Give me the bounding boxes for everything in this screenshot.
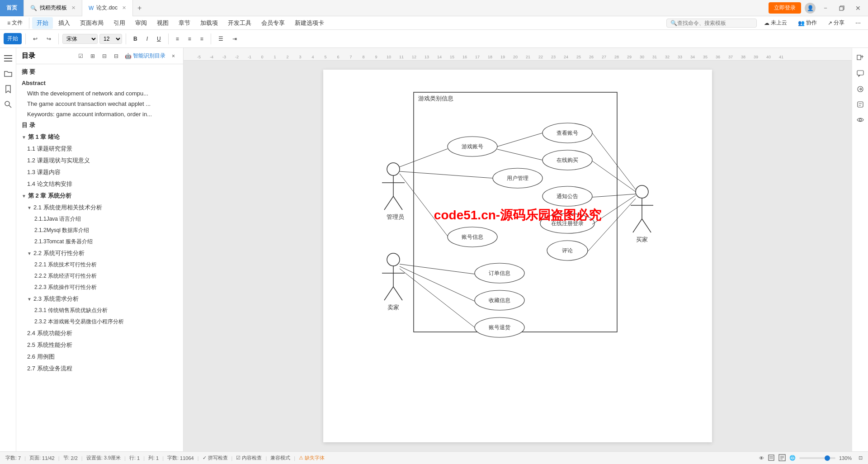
register-button[interactable]: 立即登录 [769,2,801,14]
toc-item-2-3[interactable]: ▼2.3 系统需求分析 [16,293,183,305]
toc-collapse-btn[interactable]: ⊟ [99,52,109,60]
toc-item-1-4[interactable]: 1.4 论文结构安排 [16,178,183,190]
folder-icon[interactable] [1,67,15,80]
toc-item-contents[interactable]: 目 录 [16,119,183,131]
toc-expand-btn[interactable]: ⊞ [88,52,98,60]
zoom-slider[interactable] [799,457,835,459]
user-avatar[interactable]: 👤 [805,3,816,14]
toc-item-game-account[interactable]: The game account transaction wechat appl… [16,99,183,109]
toc-item-1-1[interactable]: 1.1 课题研究背景 [16,143,183,155]
svg-line-24 [642,219,651,232]
toc-list-btn[interactable]: ⊟ [111,52,121,60]
ribbon-vip[interactable]: 会员专享 [257,17,289,29]
ribbon-ref[interactable]: 引用 [109,17,130,29]
toc-item-2-2-3[interactable]: 2.2.3 系统操作可行性分析 [16,282,183,293]
toc-item-abstract-en[interactable]: Abstract [16,78,183,88]
bookmark-icon[interactable] [1,82,15,96]
search-left-icon[interactable] [1,98,15,111]
align-center-button[interactable]: ≡ [184,34,195,44]
ribbon-addon[interactable]: 加载项 [196,17,222,29]
toc-item-2-1-1[interactable]: 2.1.1Java 语言介绍 [16,213,183,225]
window-close-button[interactable]: ✕ [852,2,864,14]
print-layout-icon[interactable] [768,454,775,462]
status-right-area: 👁 🌐 130% ⊡ [759,454,863,462]
toc-item-2-1-3[interactable]: 2.1.3Tomcat 服务器介绍 [16,236,183,247]
redo-button[interactable]: ↪ [43,34,55,44]
italic-button[interactable]: I [143,34,151,44]
outline-view-icon[interactable] [778,454,786,462]
format-painter-icon[interactable] [854,52,867,65]
toc-check-btn[interactable]: ☑ [75,52,86,60]
toc-item-ch1[interactable]: ▼第 1 章 绪论 [16,131,183,143]
template-tab-close[interactable]: ✕ [71,5,75,11]
start-mode-button[interactable]: 开始 [4,33,22,44]
ribbon-layout[interactable]: 页面布局 [75,17,108,29]
missing-font-item[interactable]: ⚠ 缺失字体 [299,455,325,461]
compat-mode-item[interactable]: 兼容模式 [270,455,290,461]
ribbon-view[interactable]: 视图 [152,17,173,29]
toc-item-2-3-1[interactable]: 2.3.1 传统销售系统优缺点分析 [16,305,183,316]
content-check-item[interactable]: ☑ 内容检查 [236,455,262,461]
toc-item-2-2-2[interactable]: 2.2.2 系统经济可行性分析 [16,270,183,282]
toc-item-abstract[interactable]: 摘 要 [16,66,183,78]
tab-add-button[interactable]: + [133,4,146,12]
smart-tools-icon[interactable] [854,98,867,111]
zoom-thumb[interactable] [825,455,830,461]
ribbon-insert[interactable]: 插入 [54,17,75,29]
nav-icon[interactable] [1,52,15,65]
toc-item-with-dev[interactable]: With the development of network and comp… [16,88,183,99]
spell-check-icon: ✓ [203,455,207,461]
command-search[interactable]: 🔍 [666,19,757,28]
document-scroll[interactable]: 游戏类别信息 管理员 [184,61,852,451]
toc-item-2-5[interactable]: 2.5 系统性能分析 [16,339,183,351]
ribbon-review[interactable]: 审阅 [131,17,151,29]
toc-item-2-4[interactable]: 2.4 系统功能分析 [16,327,183,339]
tab-doc[interactable]: W 论文.doc ✕ [82,0,133,16]
command-search-input[interactable] [677,20,753,26]
align-right-button[interactable]: ≡ [197,34,207,44]
toc-item-2-2-1[interactable]: 2.2.1 系统技术可行性分析 [16,259,183,270]
spell-check-item[interactable]: ✓ 拼写检查 [203,455,228,461]
zoom-fit-button[interactable]: ⊡ [859,455,863,461]
toc-item-ch2[interactable]: ▼第 2 章 系统分析 [16,190,183,202]
read-mode-icon[interactable]: 👁 [759,455,764,461]
bold-button[interactable]: B [130,34,141,44]
window-minimize-button[interactable]: － [819,2,832,14]
smart-identify-button[interactable]: 🤖 智能识别目录 [125,52,165,60]
toc-item-2-1[interactable]: ▼2.1 系统使用相关技术分析 [16,202,183,213]
share-button[interactable]: ↗ 分享 [824,17,848,28]
align-left-button[interactable]: ≡ [172,34,183,44]
toc-item-2-2[interactable]: ▼2.2 系统可行性分析 [16,247,183,259]
collab-button[interactable]: 👥 协作 [794,17,821,28]
more-options-button[interactable]: ⋯ [852,18,864,28]
indent-button[interactable]: ⇥ [229,34,241,44]
ribbon-chapter[interactable]: 章节 [174,17,195,29]
track-changes-icon[interactable] [854,82,867,96]
tab-home[interactable]: 首页 [0,0,24,16]
web-layout-icon[interactable]: 🌐 [789,455,796,461]
toc-item-keywords[interactable]: Keywords: game account information, orde… [16,109,183,119]
font-family-select[interactable]: 宋体微软雅黑 [62,34,98,44]
ribbon-newtab[interactable]: 新建选项卡 [290,17,329,29]
sidebar-close-button[interactable]: × [169,52,178,60]
comment-icon[interactable] [854,67,867,80]
toc-item-2-7[interactable]: 2.7 系统业务流程 [16,363,183,374]
ribbon-devtools[interactable]: 开发工具 [223,17,256,29]
cloud-status[interactable]: ☁ 未上云 [760,17,791,28]
undo-button[interactable]: ↩ [29,34,41,44]
toc-item-1-2[interactable]: 1.2 课题现状与实现意义 [16,155,183,166]
bullet-list-button[interactable]: ☰ [215,34,227,44]
file-menu[interactable]: ≡ ≡ 文件 文件 [4,17,26,28]
tab-template[interactable]: 🔍 找稻壳模板 ✕ [24,0,82,16]
eye-icon[interactable] [854,113,867,127]
svg-line-5 [9,105,11,108]
toc-item-2-6[interactable]: 2.6 用例图 [16,351,183,363]
ribbon-start[interactable]: 开始 [32,17,53,29]
toc-item-2-1-2[interactable]: 2.1.2Mysql 数据库介绍 [16,225,183,236]
font-size-select[interactable]: 121416 [99,34,122,44]
doc-tab-close[interactable]: ✕ [122,5,126,11]
underline-button[interactable]: U [153,34,165,44]
window-restore-button[interactable] [835,2,848,14]
toc-item-2-3-2[interactable]: 2.3.2 本游戏账号交易微信小程序分析 [16,316,183,327]
toc-item-1-3[interactable]: 1.3 课题内容 [16,166,183,178]
